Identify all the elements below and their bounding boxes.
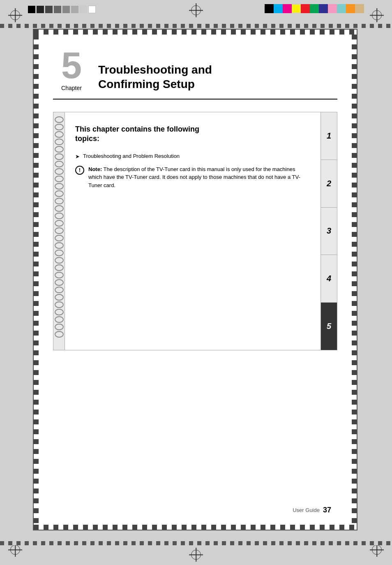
- tab-2[interactable]: 2: [321, 160, 337, 208]
- inner-content: 5 Chapter Troubleshooting and Confirming…: [39, 35, 352, 525]
- spiral-ring: [55, 190, 64, 197]
- spiral-ring: [55, 116, 64, 123]
- spiral-ring: [55, 257, 64, 264]
- notebook-topic-item: ➤ Troubleshooting and Problem Resolution: [75, 153, 308, 160]
- spiral-ring: [55, 301, 64, 308]
- page-number: 37: [323, 506, 331, 514]
- notebook-section: This chapter contains the following topi…: [53, 112, 337, 350]
- bottom-border-stripe: [34, 525, 357, 530]
- spiral-ring: [55, 213, 64, 219]
- spiral-ring: [55, 183, 64, 190]
- color-swatches-top: [265, 4, 364, 13]
- spiral-ring: [55, 124, 64, 130]
- chapter-title: Troubleshooting and Confirming Setup: [98, 63, 212, 91]
- tab-3[interactable]: 3: [321, 208, 337, 255]
- left-border-stripe: [34, 35, 39, 525]
- spiral-ring: [55, 153, 64, 160]
- footer-label: User Guide: [293, 507, 320, 513]
- note-block: ! Note: The description of the TV-Tuner …: [75, 165, 308, 190]
- notebook-intro-title: This chapter contains the following topi…: [75, 125, 308, 144]
- bottom-center-reg-mark: [189, 548, 203, 562]
- spiral-ring: [55, 242, 64, 249]
- spiral-ring: [55, 272, 64, 278]
- page-container: 5 Chapter Troubleshooting and Confirming…: [33, 29, 357, 530]
- spiral-ring: [55, 220, 64, 227]
- spiral-ring: [55, 316, 64, 323]
- bottom-dash-strip: [0, 541, 392, 545]
- spiral-ring: [55, 279, 64, 286]
- spiral-ring: [55, 146, 64, 153]
- chapter-number: 5: [61, 47, 82, 84]
- spiral-ring: [55, 294, 64, 301]
- note-text: Note: The description of the TV-Tuner ca…: [88, 165, 308, 190]
- chapter-number-box: 5 Chapter: [53, 47, 90, 91]
- right-tabs: 1 2 3 4 5: [321, 112, 337, 350]
- spiral-ring: [55, 131, 64, 138]
- chapter-label: Chapter: [61, 85, 82, 91]
- registration-mark-tr: [370, 8, 384, 22]
- top-center-reg-mark: [189, 3, 203, 17]
- spiral-ring: [55, 324, 64, 330]
- spiral-ring: [55, 331, 64, 338]
- top-border-stripe: [34, 30, 357, 35]
- top-registration-squares: [28, 6, 96, 13]
- notebook-content: This chapter contains the following topi…: [65, 112, 321, 350]
- spiral-ring: [55, 227, 64, 234]
- spiral-ring: [55, 309, 64, 315]
- spiral-ring: [55, 235, 64, 241]
- spiral-ring: [55, 264, 64, 271]
- spiral-ring: [55, 287, 64, 293]
- note-icon: !: [75, 166, 84, 175]
- registration-mark-tl: [8, 8, 22, 22]
- note-body: The description of the TV-Tuner card in …: [88, 166, 300, 188]
- spiral-ring: [55, 168, 64, 175]
- spiral-ring: [55, 250, 64, 256]
- spiral-ring: [55, 176, 64, 182]
- tab-5[interactable]: 5: [321, 303, 337, 350]
- spiral-ring: [55, 198, 64, 204]
- tab-4[interactable]: 4: [321, 255, 337, 303]
- chapter-header: 5 Chapter Troubleshooting and Confirming…: [53, 47, 337, 100]
- spiral-ring: [55, 205, 64, 212]
- spiral-binding: [53, 112, 65, 350]
- spiral-ring: [55, 161, 64, 167]
- right-border-stripe: [352, 35, 357, 525]
- spiral-ring: [55, 139, 64, 145]
- arrow-icon: ➤: [75, 153, 80, 160]
- tab-1[interactable]: 1: [321, 112, 337, 160]
- page-footer: User Guide 37: [293, 506, 331, 514]
- top-dash-strip: [0, 24, 392, 28]
